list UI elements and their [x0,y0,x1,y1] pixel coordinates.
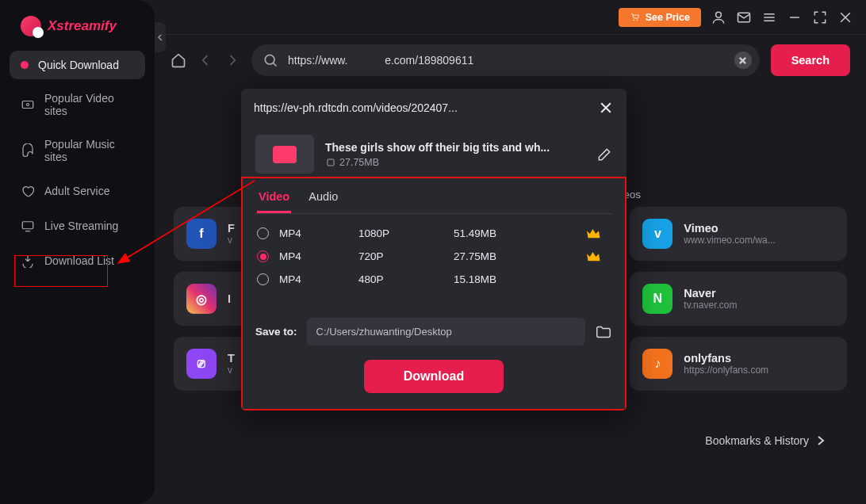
forward-icon[interactable] [224,52,240,68]
sidebar-item-label: Quick Download [38,59,119,71]
bookmarks-history-link[interactable]: Bookmarks & History [705,434,825,447]
dialog-source-url: https://ev-ph.rdtcdn.com/videos/202407..… [254,101,458,114]
home-icon[interactable] [171,52,186,68]
close-icon[interactable] [837,10,853,25]
x-icon [738,56,747,65]
onlyfans-icon: ♪ [642,349,672,379]
search-button[interactable]: Search [771,44,850,76]
sidebar: Xstreamify Quick Download Popular Video … [0,0,155,504]
sidebar-item-label: Popular Music sites [44,138,134,163]
format-list: MP4 1080P 51.49MB MP4 720P 27.75MB MP4 4… [255,222,612,291]
logo-icon [21,16,41,36]
media-thumbnail [255,135,314,174]
svg-point-3 [716,12,722,17]
save-path-field[interactable]: C:/Users/zhuwanting/Desktop [307,318,585,346]
see-price-button[interactable]: See Price [619,8,701,27]
sidebar-item-popular-video[interactable]: Popular Video sites [10,84,145,125]
site-card-onlyfans[interactable]: ♪ onlyfanshttps://onlyfans.com [630,337,847,391]
brand-name: Xstreamify [48,18,117,34]
sidebar-item-popular-music[interactable]: Popular Music sites [10,130,145,171]
disk-icon [325,158,336,167]
cart-icon [630,13,641,22]
sidebar-item-adult-service[interactable]: Adult Service [10,176,145,206]
edit-icon[interactable] [596,147,612,162]
sidebar-item-quick-download[interactable]: Quick Download [10,51,145,79]
sidebar-item-live-streaming[interactable]: Live Streaming [10,211,145,241]
vimeo-icon: v [642,219,672,249]
format-row-480p[interactable]: MP4 480P 15.18MB [255,268,612,291]
site-card-naver[interactable]: N Navertv.naver.com [630,272,847,326]
download-dialog: https://ev-ph.rdtcdn.com/videos/202407..… [241,89,627,410]
see-price-label: See Price [646,12,690,23]
video-sites-icon [21,97,35,112]
folder-icon[interactable] [595,323,612,341]
media-size: 27.75MB [325,157,585,168]
chevron-right-icon [817,435,825,446]
naver-icon: N [642,284,672,314]
url-input[interactable] [251,44,760,76]
facebook-icon: f [186,219,216,249]
back-icon[interactable] [197,52,213,68]
close-icon[interactable] [598,100,614,116]
radio-icon [257,273,269,285]
format-row-720p[interactable]: MP4 720P 27.75MB [255,245,612,268]
search-icon [262,52,278,68]
radio-icon [257,250,269,262]
twitch-icon: ⎚ [186,349,216,379]
sidebar-item-label: Live Streaming [44,220,118,232]
account-icon[interactable] [711,10,726,25]
download-list-icon [21,254,35,268]
minimize-icon[interactable] [787,10,803,25]
music-sites-icon [21,143,35,158]
media-title: These girls show off their big tits and … [325,141,585,154]
menu-icon[interactable] [761,10,777,25]
format-row-1080p[interactable]: MP4 1080P 51.49MB [255,222,612,245]
maximize-icon[interactable] [812,10,828,25]
site-card-vimeo[interactable]: v Vimeowww.vimeo.com/wa... [630,207,847,261]
titlebar: See Price [155,0,866,35]
sidebar-item-label: Adult Service [44,185,109,197]
quick-download-dot-icon [21,61,29,69]
live-icon [21,219,35,233]
clear-url-button[interactable] [734,52,752,69]
mail-icon[interactable] [736,10,752,25]
svg-rect-2 [22,222,33,229]
dialog-body: Video Audio MP4 1080P 51.49MB MP4 720P 2… [241,177,627,410]
sidebar-item-label: Popular Video sites [44,92,134,117]
sidebar-item-label: Download List [44,254,114,267]
radio-icon [257,227,269,239]
download-button[interactable]: Download [364,360,504,393]
media-info: These girls show off their big tits and … [241,127,627,177]
crown-icon [587,251,601,262]
instagram-icon: ◎ [186,284,216,314]
sidebar-item-download-list[interactable]: Download List [10,246,145,276]
heart-icon [21,184,35,198]
svg-rect-6 [328,159,334,166]
svg-rect-0 [22,101,33,109]
crown-icon [587,228,601,239]
save-to-label: Save to: [255,326,297,338]
tab-audio[interactable]: Audio [307,182,339,213]
browser-toolbar: Search [155,35,866,86]
svg-point-1 [27,104,29,106]
app-logo[interactable]: Xstreamify [10,16,145,36]
svg-point-5 [265,55,274,64]
tab-video[interactable]: Video [257,182,291,213]
